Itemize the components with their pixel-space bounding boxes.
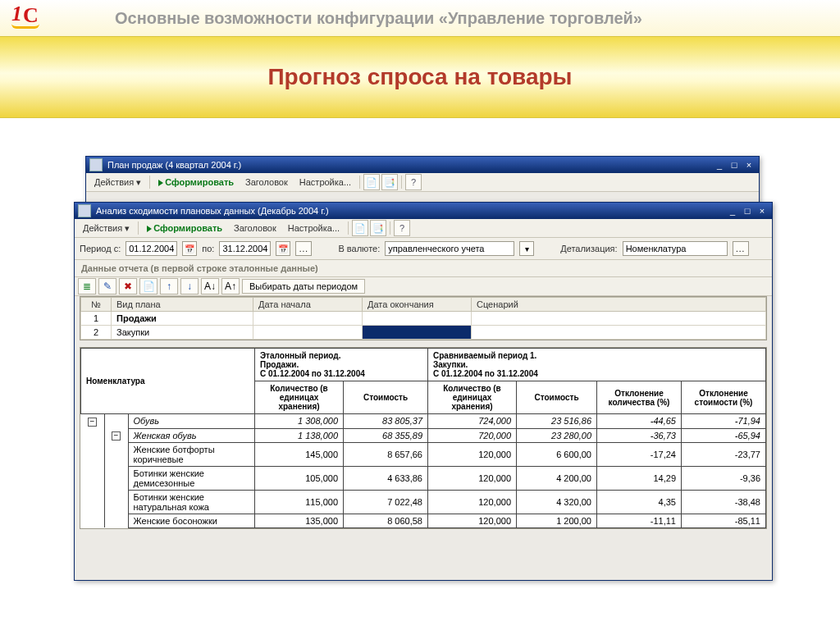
value-cell: 724,000 (428, 414, 517, 429)
col-cost2: Стоимость (517, 381, 597, 414)
maximize-button[interactable]: □ (728, 159, 741, 171)
sort-desc-icon[interactable]: A↑ (221, 278, 240, 294)
col-qty1: Количество (в единицах хранения) (255, 381, 344, 414)
generate-button[interactable]: Сформировать (153, 176, 239, 188)
help-icon[interactable]: ? (394, 220, 410, 236)
value-cell: 7 022,48 (344, 490, 428, 514)
selected-cell[interactable] (363, 326, 472, 340)
calendar-icon[interactable]: 📅 (276, 241, 290, 256)
value-cell: 4 320,00 (517, 490, 597, 514)
value-cell: 120,000 (428, 514, 517, 527)
value-cell: 4 633,86 (344, 466, 428, 490)
doc-icon[interactable]: 📄 (352, 220, 368, 236)
value-cell: 8 060,58 (344, 514, 428, 527)
value-cell: 14,29 (597, 466, 682, 490)
settings-button[interactable]: Настройка... (294, 176, 356, 188)
detail-label: Детализация: (560, 244, 617, 253)
generate-button[interactable]: Сформировать (142, 222, 227, 234)
doc-icon[interactable]: 📄 (363, 174, 380, 190)
toolbar-front: Действия ▾ Сформировать Заголовок Настро… (75, 219, 772, 238)
value-cell: -65,94 (682, 428, 766, 442)
period-dates-button[interactable]: Выбирать даты периодом (242, 279, 365, 294)
report-row[interactable]: Женские босоножки135,0008 060,58120,0001… (81, 514, 766, 527)
nomenclature-cell: Женская обувь (128, 428, 255, 442)
value-cell: 105,000 (255, 466, 344, 490)
report-row[interactable]: Ботинки женские демисезонные105,0004 633… (81, 466, 766, 490)
col-cost1: Стоимость (344, 381, 428, 414)
report-row[interactable]: Ботинки женские натуральная кожа115,0007… (81, 490, 766, 514)
grid-row[interactable]: 2 Закупки (81, 326, 766, 340)
detail-select[interactable]: Номенклатура (623, 241, 728, 256)
value-cell: 4 200,00 (517, 466, 597, 490)
actions-menu[interactable]: Действия ▾ (89, 176, 146, 189)
value-cell: 4,35 (597, 490, 682, 514)
close-button[interactable]: × (742, 159, 756, 171)
header-button[interactable]: Заголовок (229, 222, 281, 234)
plans-grid[interactable]: № Вид плана Дата начала Дата окончания С… (80, 296, 767, 340)
value-cell: 145,000 (255, 442, 344, 466)
sort-asc-icon[interactable]: A↓ (201, 278, 219, 294)
header-button[interactable]: Заголовок (240, 176, 293, 188)
report-table[interactable]: Номенклатура Эталонный период. Продажи. … (80, 347, 767, 529)
add-row-icon[interactable]: ≣ (78, 278, 96, 294)
value-cell: 83 805,37 (344, 414, 428, 429)
detail-picker-icon[interactable]: ... (733, 241, 749, 256)
settings-button[interactable]: Настройка... (283, 222, 345, 234)
window-icon (78, 204, 91, 217)
minimize-button[interactable]: _ (713, 159, 726, 171)
col-nomenclature: Номенклатура (81, 349, 255, 414)
value-cell: 1 308,000 (255, 414, 344, 429)
delete-row-icon[interactable]: ✖ (119, 278, 137, 294)
minimize-button[interactable]: _ (726, 205, 739, 217)
chevron-down-icon[interactable]: ▾ (519, 241, 534, 256)
value-cell: -38,48 (682, 490, 766, 514)
calendar-icon[interactable]: 📅 (182, 241, 197, 256)
value-cell: -85,11 (682, 514, 766, 527)
help-icon[interactable]: ? (405, 174, 422, 190)
titlebar-front[interactable]: Анализ сходимости плановых данных (Декаб… (75, 203, 772, 219)
doc2-icon[interactable]: 📑 (381, 174, 398, 190)
filter-bar: Период с: 01.12.2004 📅 по: 31.12.2004 📅 … (75, 238, 772, 260)
value-cell: -9,36 (682, 466, 766, 490)
actions-menu[interactable]: Действия ▾ (78, 222, 135, 235)
report-row[interactable]: −Женская обувь1 138,00068 355,89720,0002… (81, 428, 766, 442)
copy-row-icon[interactable]: 📄 (139, 278, 158, 294)
window-icon (89, 158, 103, 171)
value-cell: 68 355,89 (344, 428, 428, 442)
maximize-button[interactable]: □ (741, 205, 754, 217)
period-from-input[interactable]: 01.12.2004 (126, 241, 177, 256)
value-cell: 120,000 (428, 490, 517, 514)
value-cell: -11,11 (597, 514, 682, 527)
close-button[interactable]: × (756, 205, 769, 217)
period-to-input[interactable]: 31.12.2004 (219, 241, 271, 256)
report-row[interactable]: −Обувь1 308,00083 805,37724,00023 516,86… (81, 414, 766, 429)
report-row[interactable]: Женские ботфорты коричневые145,0008 657,… (81, 442, 766, 466)
edit-row-icon[interactable]: ✎ (98, 278, 116, 294)
col-plan: Вид плана (112, 298, 253, 312)
doc2-icon[interactable]: 📑 (370, 220, 386, 236)
period-picker-icon[interactable]: ... (295, 241, 312, 256)
col-dev-cost: Отклонение стоимости (%) (682, 381, 766, 414)
grid-header-row: № Вид плана Дата начала Дата окончания С… (81, 298, 766, 312)
value-cell: -17,24 (597, 442, 682, 466)
value-cell: 720,000 (428, 428, 517, 442)
value-cell: -44,65 (597, 414, 682, 429)
move-up-icon[interactable]: ↑ (160, 278, 178, 294)
titlebar-back[interactable]: План продаж (4 квартал 2004 г.) _ □ × (86, 157, 759, 173)
window-title-front: Анализ сходимости плановых данных (Декаб… (96, 206, 329, 216)
currency-select[interactable]: управленческого учета (385, 241, 514, 256)
tree-collapse-icon[interactable]: − (88, 418, 97, 427)
value-cell: -71,94 (682, 414, 766, 429)
move-down-icon[interactable]: ↓ (180, 278, 199, 294)
col-start: Дата начала (253, 298, 363, 312)
nomenclature-cell: Женские босоножки (128, 514, 255, 527)
period-to-label: по: (202, 244, 214, 253)
value-cell: 135,000 (255, 514, 344, 527)
tree-collapse-icon[interactable]: − (112, 431, 121, 441)
value-cell: 23 516,86 (517, 414, 597, 429)
title-band: Прогноз спроса на товары (0, 36, 840, 118)
grid-row[interactable]: 1 Продажи (81, 312, 766, 326)
currency-label: В валюте: (338, 244, 380, 253)
value-cell: 1 200,00 (517, 514, 597, 527)
window-title-back: План продаж (4 квартал 2004 г.) (107, 160, 241, 170)
